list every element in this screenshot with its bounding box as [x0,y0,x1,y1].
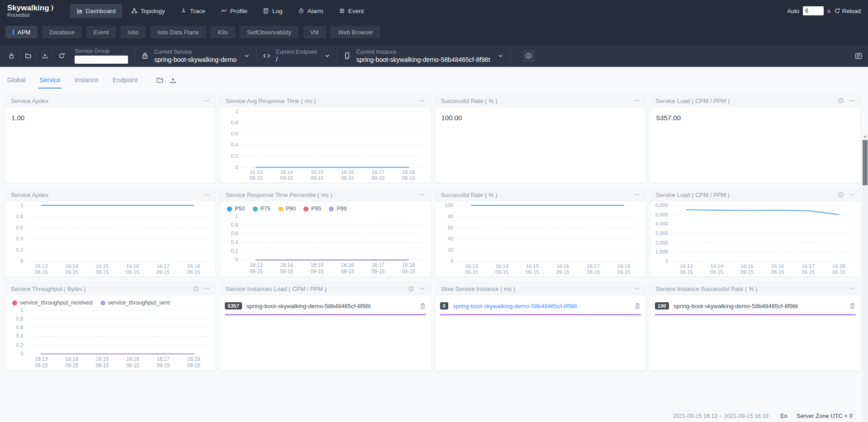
svg-text:16:16: 16:16 [126,356,139,363]
sidebar-toggle-icon[interactable] [854,52,863,60]
lock-button[interactable] [5,51,18,61]
nav-item-log[interactable]: Log [256,4,289,18]
refresh-button[interactable] [55,51,68,61]
template-tab-selfobservability[interactable]: SelfObservability [240,26,299,38]
tab-instance[interactable]: Instance [74,76,100,89]
nav-item-dashboard[interactable]: Dashboard [70,4,122,18]
current-endpoint-selector[interactable]: Current Endpoint / [263,49,330,63]
service-group-label: Service Group [75,48,128,54]
template-tab-label: APM [18,29,30,36]
info-button[interactable] [523,50,535,62]
template-tab-k8s[interactable]: K8s [211,26,235,38]
chevron-down-icon[interactable] [498,53,503,59]
server-zone-selector[interactable]: Server Zone UTC + 0 [797,413,853,419]
panel-title: Successful Rate ( % ) [441,98,498,104]
template-tab-database[interactable]: Database [42,26,82,38]
panel-title: Service Load ( CPM / PPM ) [656,192,730,198]
chevron-down-icon[interactable] [244,53,250,59]
instance-name[interactable]: spring-boot-skywalking-demo-58b48465cf-8… [453,303,577,309]
panel-body: 5357.00 [650,108,860,183]
svg-text:09-15: 09-15 [465,269,478,275]
legend-item[interactable]: P99 [329,206,346,212]
tab-service[interactable]: Service [38,76,62,89]
instance-name[interactable]: spring-boot-skywalking-demo-58b48465cf-8… [674,303,798,309]
time-range[interactable]: 2021-09-15 16:13 ~ 2021-09-15 16:18 [673,413,769,419]
nav-item-profile[interactable]: Profile [214,4,254,18]
info-icon[interactable] [838,192,844,198]
clipboard-icon[interactable] [849,303,856,309]
toolbar-divider [256,45,256,67]
reload-button[interactable]: Reload [834,8,861,14]
auto-interval-input[interactable] [803,6,824,15]
more-icon[interactable] [849,192,855,198]
language-selector[interactable]: En [780,413,787,419]
more-icon[interactable] [849,98,855,104]
nav-item-topology[interactable]: Topology [125,4,171,18]
clipboard-icon[interactable] [419,303,426,309]
template-tab-istio-data-plane[interactable]: Istio Data Plane [150,26,206,38]
current-service-selector[interactable]: Current Service spring-boot-skywalking-d… [141,49,250,63]
scrollbar-up-arrow[interactable]: ▲ [862,134,868,139]
instance-icon [343,52,351,60]
svg-text:09-15: 09-15 [402,268,415,275]
instance-row[interactable]: 100spring-boot-skywalking-demo-58b48465c… [655,299,856,313]
event-icon [339,8,345,14]
more-icon[interactable] [849,286,855,292]
instance-name[interactable]: spring-boot-skywalking-demo-58b48465cf-8… [247,303,371,309]
instance-row[interactable]: 0spring-boot-skywalking-demo-58b48465cf-… [440,299,641,313]
chevron-down-icon[interactable] [324,53,330,59]
legend-item[interactable]: service_throughput_sent [100,300,170,306]
more-icon[interactable] [634,98,640,104]
current-instance-selector[interactable]: Current Instance spring-boot-skywalking-… [343,49,503,63]
template-tab-label: Istio [128,29,138,36]
more-icon[interactable] [204,192,210,198]
svg-text:0.8: 0.8 [16,315,24,322]
toolbar-separator [53,52,53,59]
more-icon[interactable] [634,192,640,198]
nav-item-trace[interactable]: Trace [174,4,212,18]
tab-global[interactable]: Global [6,76,26,89]
nav-item-alarm[interactable]: Alarm [292,4,330,18]
legend-item[interactable]: service_throughput_received [12,300,93,306]
template-tab-istio[interactable]: Istio [120,26,146,38]
template-tab-event[interactable]: Event [86,26,116,38]
info-icon[interactable] [193,286,199,292]
more-icon[interactable] [204,98,210,104]
instance-row[interactable]: 5357spring-boot-skywalking-demo-58b48465… [225,299,426,313]
svg-text:09-15: 09-15 [95,269,109,275]
svg-text:5,000: 5,000 [655,212,669,217]
more-icon[interactable] [204,286,210,292]
svg-text:16:17: 16:17 [372,169,385,175]
template-tab-apm[interactable]: APM [5,26,38,38]
legend-item[interactable]: P90 [278,206,296,212]
tab-endpoint[interactable]: Endpoint [112,76,138,89]
nav-item-label: Profile [230,8,247,14]
export-button[interactable] [38,51,52,61]
app-logo[interactable]: Skywalking Rocketbot [7,4,54,18]
nav-item-label: Log [272,8,283,14]
template-tab-web-browser[interactable]: Web Browser [331,26,380,38]
panel-title: Service Instances Load ( CPM / PPM ) [226,286,327,292]
vertical-scrollbar: ▲ ▼ [862,134,868,422]
clipboard-icon[interactable] [634,303,641,309]
more-icon[interactable] [634,286,640,292]
more-icon[interactable] [419,98,425,104]
svg-text:0: 0 [235,257,238,263]
legend-item[interactable]: P50 [227,206,245,212]
nav-item-event[interactable]: Event [332,4,370,18]
more-icon[interactable] [419,286,425,292]
legend-dot [227,206,232,211]
template-tab-vm[interactable]: VM [303,26,327,38]
info-icon[interactable] [838,98,844,104]
folder-icon[interactable] [156,76,164,84]
scrollbar-thumb[interactable] [863,140,868,185]
legend-item[interactable]: P95 [304,206,321,212]
dashboard-manage-button[interactable] [21,51,35,61]
info-icon[interactable] [408,286,414,292]
legend-item[interactable]: P75 [253,206,270,212]
svg-text:16:18: 16:18 [402,169,415,175]
service-group-input[interactable] [75,56,128,64]
toolbar: Service Group Current Service spring-boo… [0,44,868,67]
more-icon[interactable] [419,192,425,198]
download-icon[interactable] [169,76,177,84]
